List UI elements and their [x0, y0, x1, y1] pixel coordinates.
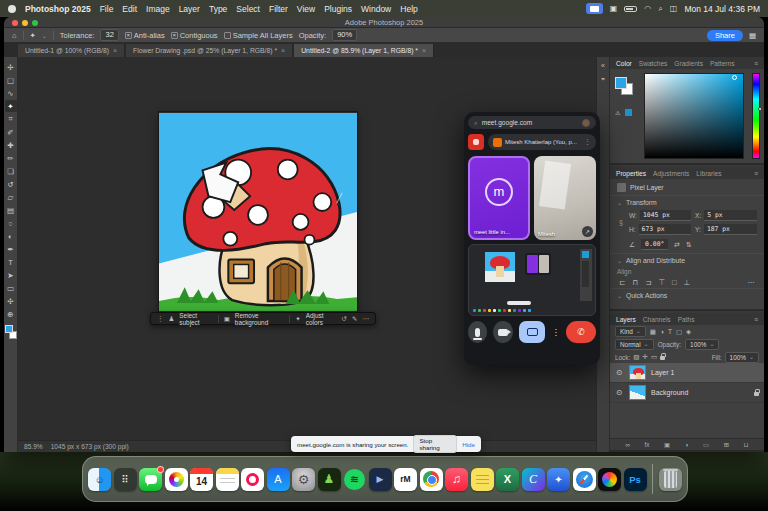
panel-menu-icon[interactable]: ≡: [754, 170, 758, 177]
adjust-colors-button[interactable]: Adjust colors: [306, 312, 337, 326]
link-layers-icon[interactable]: ∞: [625, 441, 630, 448]
link-dimensions-icon[interactable]: §: [617, 219, 625, 226]
drag-handle-icon[interactable]: ⋮: [157, 315, 164, 323]
blur-tool-icon[interactable]: ○: [5, 217, 17, 229]
document-tab-3-active[interactable]: Untitled-2 @ 85.9% (Layer 1, RGB/8) * ×: [294, 44, 434, 57]
select-subject-button[interactable]: Select subject: [179, 312, 213, 326]
path-selection-tool-icon[interactable]: ➤: [5, 269, 17, 281]
presentation-tile[interactable]: m meet little in...: [468, 156, 530, 240]
delete-layer-icon[interactable]: ⊔: [744, 441, 749, 449]
align-left-icon[interactable]: ⊏: [619, 278, 625, 287]
layer-effects-icon[interactable]: fx: [644, 441, 649, 448]
dock-item-photos[interactable]: [165, 468, 188, 491]
expand-tile-icon[interactable]: ↗: [582, 226, 593, 237]
lock-position-icon[interactable]: ✛: [642, 353, 647, 361]
align-middle-icon[interactable]: □: [672, 278, 677, 287]
dock-item-notes[interactable]: [216, 468, 239, 491]
dock-item-excel[interactable]: X: [496, 468, 519, 491]
dock-item-trash[interactable]: [659, 468, 682, 491]
clone-stamp-tool-icon[interactable]: ❏: [5, 165, 17, 177]
dock-item-messages[interactable]: [139, 468, 162, 491]
align-section-label[interactable]: Align and Distribute: [626, 257, 685, 264]
tab-layers[interactable]: Layers: [616, 316, 636, 323]
dock-item-settings[interactable]: ⚙: [292, 468, 315, 491]
lock-all-icon[interactable]: [660, 356, 665, 360]
canvas-mushroom-house[interactable]: [159, 112, 357, 312]
tab-libraries[interactable]: Libraries: [696, 170, 721, 177]
dock-item-tv[interactable]: ▶: [369, 468, 392, 491]
display-icon[interactable]: ▣: [610, 4, 618, 13]
close-tab-icon[interactable]: ×: [113, 47, 117, 54]
dodge-tool-icon[interactable]: ◐: [5, 230, 17, 242]
quick-actions-label[interactable]: Quick Actions: [626, 292, 667, 299]
visibility-eye-icon[interactable]: ⊙: [615, 388, 624, 397]
hue-slider-knob[interactable]: [758, 107, 762, 111]
tab-properties[interactable]: Properties: [616, 170, 646, 177]
sample-all-layers-checkbox[interactable]: Sample All Layers: [224, 31, 293, 40]
close-tab-icon[interactable]: ×: [281, 47, 285, 54]
filter-adjustment-icon[interactable]: ◑: [660, 328, 664, 335]
battery-icon[interactable]: [624, 6, 637, 12]
close-tab-icon[interactable]: ×: [422, 47, 426, 54]
anti-alias-checkbox[interactable]: × Anti-alias: [125, 31, 165, 40]
layer-name[interactable]: Layer 1: [651, 369, 674, 376]
chevron-down-icon[interactable]: ⌄: [617, 292, 622, 299]
zoom-level[interactable]: 85.9%: [24, 443, 43, 450]
comments-icon[interactable]: ❞: [601, 77, 605, 85]
foreground-color-swatch[interactable]: [615, 77, 627, 89]
layer-group-icon[interactable]: ▭: [703, 441, 709, 449]
zoom-tool-icon[interactable]: ⊕: [5, 308, 17, 320]
foreground-background-swatches[interactable]: [5, 325, 17, 339]
menu-window[interactable]: Window: [361, 4, 391, 14]
move-tool-icon[interactable]: ✢: [5, 61, 17, 73]
camera-tile[interactable]: Mitesh ↗: [534, 156, 596, 240]
document-tab-2[interactable]: Flower Drawing .psd @ 25% (Layer 1, RGB/…: [126, 44, 293, 57]
microphone-button[interactable]: [468, 321, 487, 343]
meet-url-bar[interactable]: ⌕ meet.google.com: [468, 116, 596, 129]
menu-view[interactable]: View: [297, 4, 315, 14]
panel-menu-icon[interactable]: ≡: [754, 316, 758, 323]
new-layer-icon[interactable]: ⊞: [724, 441, 729, 449]
filter-image-icon[interactable]: ▦: [650, 328, 656, 336]
shape-tool-icon[interactable]: ▭: [5, 282, 17, 294]
dock-item-calendar[interactable]: 14: [190, 468, 213, 491]
tool-preset-icon[interactable]: ✦: [30, 31, 36, 40]
filter-shape-icon[interactable]: ▢: [676, 328, 682, 336]
align-bottom-icon[interactable]: ⊥: [684, 278, 691, 287]
dock-item-finder[interactable]: ☺: [88, 468, 111, 491]
dock-item-blue-app[interactable]: ✦: [547, 468, 570, 491]
color-field-marker[interactable]: [732, 75, 737, 80]
panel-menu-icon[interactable]: ≡: [754, 60, 758, 67]
dock-item-spotify[interactable]: ≋: [343, 468, 366, 491]
edit-icon[interactable]: ✎: [352, 315, 357, 323]
magic-wand-tool-icon[interactable]: ✦: [5, 100, 17, 112]
layer-filter-kind-dropdown[interactable]: Kind ⌄: [615, 326, 646, 337]
meet-logo-tile-icon[interactable]: [468, 134, 484, 150]
hand-tool-icon[interactable]: ✣: [5, 295, 17, 307]
wifi-icon[interactable]: ◠: [644, 4, 651, 13]
remove-background-button[interactable]: Remove background: [235, 312, 285, 326]
contiguous-checkbox[interactable]: × Contiguous: [171, 31, 218, 40]
opacity-input[interactable]: 90%: [332, 29, 357, 41]
layer-opacity-input[interactable]: 100% ⌄: [685, 339, 719, 350]
transform-section-label[interactable]: Transform: [626, 199, 657, 206]
layer-thumbnail[interactable]: [629, 365, 646, 380]
hue-slider[interactable]: [752, 73, 760, 159]
more-options-icon[interactable]: ⋮: [584, 138, 591, 146]
screen-share-preview[interactable]: [468, 244, 596, 316]
dock-item-photoshop[interactable]: Ps: [624, 468, 647, 491]
menu-image[interactable]: Image: [146, 4, 170, 14]
dock-item-photo-editor[interactable]: [598, 468, 621, 491]
gamut-color-swatch[interactable]: [625, 109, 632, 116]
tab-patterns[interactable]: Patterns: [710, 60, 735, 67]
marquee-tool-icon[interactable]: ▢: [5, 74, 17, 86]
brush-tool-icon[interactable]: ✏: [5, 152, 17, 164]
screen-sharing-indicator-icon[interactable]: [586, 3, 603, 14]
foreground-color-swatch[interactable]: [5, 325, 13, 333]
flip-horizontal-icon[interactable]: ⇄: [674, 241, 680, 249]
menu-plugins[interactable]: Plugins: [324, 4, 352, 14]
layer-name[interactable]: Background: [651, 389, 688, 396]
dock-item-safari[interactable]: [573, 468, 596, 491]
width-input[interactable]: 1045 px: [640, 210, 691, 221]
tolerance-input[interactable]: 32: [100, 29, 118, 41]
